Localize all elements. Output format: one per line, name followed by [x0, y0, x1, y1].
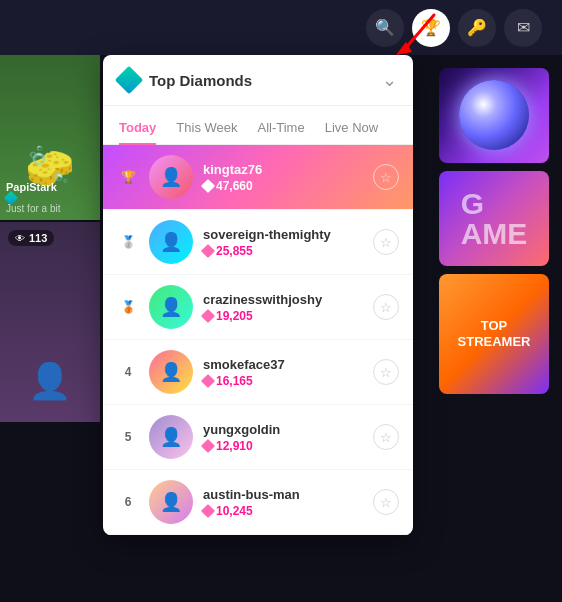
mail-icon: ✉	[517, 18, 530, 37]
viewer-count-2: 113	[29, 232, 47, 244]
stream-subtitle-1: Just for a bit	[6, 203, 60, 214]
user-info-2: sovereign-themighty 25,855	[203, 227, 363, 258]
stream-card-2[interactable]: 👁 113 👤	[0, 222, 100, 422]
right-card-list: GAME TOPSTREAMER	[434, 62, 554, 394]
leaderboard-item-4[interactable]: 4 👤 smokeface37 16,165 ☆	[103, 340, 413, 405]
score-diamond-1	[201, 178, 215, 192]
star-button-3[interactable]: ☆	[373, 294, 399, 320]
user-info-1: kingtaz76 47,660	[203, 162, 363, 193]
score-diamond-6	[201, 503, 215, 517]
tab-today[interactable]: Today	[119, 114, 156, 145]
username-5: yungxgoldin	[203, 422, 363, 437]
user-info-3: crazinesswithjoshy 19,205	[203, 292, 363, 323]
trophy-icon: 🏆	[421, 18, 441, 37]
leaderboard-list: 🏆 👤 kingtaz76 47,660 ☆ 🥈 👤 sovereign-the…	[103, 145, 413, 535]
score-1: 47,660	[203, 179, 363, 193]
score-6: 10,245	[203, 504, 363, 518]
rank-badge-5: 5	[117, 430, 139, 444]
rank-badge-3: 🥉	[117, 300, 139, 314]
rank-badge-2: 🥈	[117, 235, 139, 249]
username-4: smokeface37	[203, 357, 363, 372]
score-diamond-5	[201, 438, 215, 452]
stream-overlay-1: PapiStark Just for a bit	[6, 181, 60, 214]
trophy-button[interactable]: 🏆	[412, 9, 450, 47]
rank-badge-1: 🏆	[117, 170, 139, 184]
leaderboard-item-6[interactable]: 6 👤 austin-bus-man 10,245 ☆	[103, 470, 413, 535]
star-button-4[interactable]: ☆	[373, 359, 399, 385]
right-card-2[interactable]: GAME	[439, 171, 549, 266]
star-button-6[interactable]: ☆	[373, 489, 399, 515]
tab-this-week[interactable]: This Week	[176, 114, 237, 145]
eye-icon-2: 👁	[15, 233, 25, 244]
chevron-down-icon[interactable]: ⌄	[382, 69, 397, 91]
username-3: crazinesswithjoshy	[203, 292, 363, 307]
right-card-disco[interactable]	[439, 68, 549, 163]
right-card-streamer[interactable]: TOPSTREAMER	[439, 274, 549, 394]
avatar-5: 👤	[149, 415, 193, 459]
user-info-5: yungxgoldin 12,910	[203, 422, 363, 453]
score-4: 16,165	[203, 374, 363, 388]
tab-bar: Today This Week All-Time Live Now	[103, 106, 413, 145]
star-button-5[interactable]: ☆	[373, 424, 399, 450]
avatar-4: 👤	[149, 350, 193, 394]
key-button[interactable]: 🔑	[458, 9, 496, 47]
username-2: sovereign-themighty	[203, 227, 363, 242]
rank-badge-4: 4	[117, 365, 139, 379]
score-5: 12,910	[203, 439, 363, 453]
username-6: austin-bus-man	[203, 487, 363, 502]
score-2: 25,855	[203, 244, 363, 258]
search-button[interactable]: 🔍	[366, 9, 404, 47]
dropdown-panel: Top Diamonds ⌄ Today This Week All-Time …	[103, 55, 413, 535]
avatar-3: 👤	[149, 285, 193, 329]
score-3: 19,205	[203, 309, 363, 323]
stream-name-1: PapiStark	[6, 181, 60, 193]
score-diamond-4	[201, 373, 215, 387]
dropdown-header: Top Diamonds ⌄	[103, 55, 413, 106]
score-diamond-2	[201, 243, 215, 257]
user-info-6: austin-bus-man 10,245	[203, 487, 363, 518]
avatar-2: 👤	[149, 220, 193, 264]
mail-button[interactable]: ✉	[504, 9, 542, 47]
key-icon: 🔑	[467, 18, 487, 37]
diamond-icon	[115, 66, 143, 94]
username-1: kingtaz76	[203, 162, 363, 177]
top-nav: 🔍 🏆 🔑 ✉	[0, 0, 562, 55]
star-button-1[interactable]: ☆	[373, 164, 399, 190]
leaderboard-item-5[interactable]: 5 👤 yungxgoldin 12,910 ☆	[103, 405, 413, 470]
tab-live-now[interactable]: Live Now	[325, 114, 378, 145]
rank-badge-6: 6	[117, 495, 139, 509]
dropdown-header-left: Top Diamonds	[119, 70, 252, 90]
dropdown-title: Top Diamonds	[149, 72, 252, 89]
disco-ball	[459, 80, 529, 150]
search-icon: 🔍	[375, 18, 395, 37]
leaderboard-item-3[interactable]: 🥉 👤 crazinesswithjoshy 19,205 ☆	[103, 275, 413, 340]
tab-all-time[interactable]: All-Time	[258, 114, 305, 145]
viewer-badge-2: 👁 113	[8, 230, 54, 246]
avatar-6: 👤	[149, 480, 193, 524]
leaderboard-item-1[interactable]: 🏆 👤 kingtaz76 47,660 ☆	[103, 145, 413, 210]
left-stream-list: 👁 128 🧽 PapiStark Just for a bit 👁 113 👤	[0, 0, 100, 602]
user-info-4: smokeface37 16,165	[203, 357, 363, 388]
leaderboard-item-2[interactable]: 🥈 👤 sovereign-themighty 25,855 ☆	[103, 210, 413, 275]
star-button-2[interactable]: ☆	[373, 229, 399, 255]
score-diamond-3	[201, 308, 215, 322]
avatar-1: 👤	[149, 155, 193, 199]
